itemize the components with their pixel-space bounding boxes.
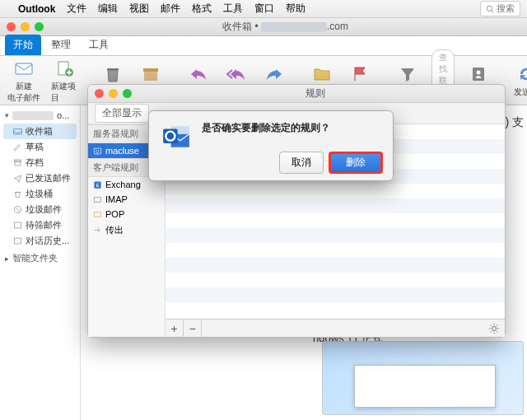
svg-rect-7 [144,72,157,81]
outlook-app-icon [161,121,192,152]
funnel-icon [397,63,418,85]
show-all-button[interactable]: 全部显示 [95,104,149,123]
tab-start[interactable]: 开始 [5,35,41,55]
sidebar-item-pending[interactable]: 待筛邮件 [3,217,77,233]
addressbook-icon [468,63,489,85]
menu-help[interactable]: 帮助 [286,2,305,16]
window-controls[interactable] [7,22,44,31]
spotlight-search[interactable]: 搜索 [480,1,520,16]
menu-edit[interactable]: 编辑 [98,2,118,16]
new-item-button[interactable]: 新建项目 [51,58,79,104]
client-rule-outgoing[interactable]: 传出 [88,222,165,239]
app-name[interactable]: Outlook [18,3,55,15]
delete-button[interactable]: 删除 [329,152,383,174]
menu-mail[interactable]: 邮件 [161,2,180,16]
envelope-icon [13,58,35,79]
sidebar-item-history[interactable]: 对话历史... [3,233,77,249]
tab-tools[interactable]: 工具 [81,35,117,55]
flag-icon [349,63,371,85]
rules-footer: + − [166,319,505,337]
svg-rect-15 [15,161,21,166]
svg-rect-6 [143,68,158,72]
archive-icon [140,63,161,85]
message-image [322,341,524,415]
cancel-button[interactable]: 取消 [279,152,324,174]
svg-rect-5 [107,68,119,70]
svg-rect-2 [16,63,32,74]
svg-rect-25 [94,212,100,217]
forward-icon [264,63,285,85]
menu-file[interactable]: 文件 [67,2,86,16]
svg-line-1 [492,10,494,12]
confirm-delete-dialog: 是否确实要删除选定的规则？ 取消 删除 [148,110,394,181]
trash-icon [102,63,124,85]
rule-settings-button[interactable] [483,323,505,334]
svg-rect-19 [14,238,21,244]
reply-icon [188,63,209,85]
sidebar-item-spam[interactable]: 垃圾邮件 [3,202,77,217]
menu-format[interactable]: 格式 [192,2,212,16]
mac-menubar: Outlook 文件 编辑 视图 邮件 格式 工具 窗口 帮助 搜索 [0,0,527,18]
window-titlebar: 收件箱 • .com [0,18,527,36]
sync-icon [515,63,527,85]
window-title: 收件箱 • .com [50,20,520,34]
svg-rect-18 [14,222,21,228]
sidebar-item-inbox[interactable]: 收件箱 [3,124,77,139]
rules-titlebar: 规则 [88,85,505,103]
reply-all-icon [226,63,247,85]
sidebar-item-trash[interactable]: 垃圾桶 [3,186,77,202]
add-rule-button[interactable]: + [166,320,184,338]
menu-view[interactable]: 视图 [129,2,149,16]
tab-organize[interactable]: 整理 [43,35,79,55]
account-header[interactable]: ▾o... [3,109,77,122]
folder-sidebar: ▾o... 收件箱 草稿 存档 已发送邮件 垃圾桶 垃圾邮件 待筛邮件 对话历史… [0,105,81,420]
sidebar-item-drafts[interactable]: 草稿 [3,139,77,155]
remove-rule-button[interactable]: − [184,320,202,338]
svg-rect-24 [94,197,100,202]
svg-point-9 [477,70,481,74]
sidebar-item-archive[interactable]: 存档 [3,155,77,170]
rules-window-controls[interactable] [95,89,132,98]
svg-line-17 [16,208,21,212]
smart-folders-header[interactable]: ▸智能文件夹 [3,249,77,266]
new-item-icon [54,58,76,79]
sidebar-item-sent[interactable]: 已发送邮件 [3,170,77,186]
folder-move-icon [311,63,333,85]
client-rule-imap[interactable]: IMAP [88,192,165,207]
new-mail-button[interactable]: 新建 电子邮件 [7,58,41,104]
svg-point-0 [487,6,492,11]
send-receive-button[interactable]: 发送和 [512,63,527,98]
svg-text:O: O [96,148,100,153]
menu-window[interactable]: 窗口 [254,2,274,16]
menu-tools[interactable]: 工具 [223,2,243,16]
svg-point-26 [492,326,496,330]
client-rule-pop[interactable]: POP [88,207,165,222]
svg-text:E: E [96,182,100,187]
